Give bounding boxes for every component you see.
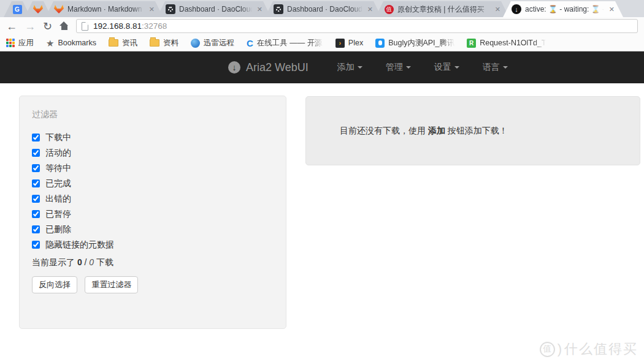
gitlab-icon: [54, 4, 64, 14]
filter-checkbox[interactable]: [32, 210, 40, 218]
empty-downloads-message: 目前还没有下载，使用 添加 按钮添加下载！: [340, 126, 508, 137]
filter-active[interactable]: 活动的: [32, 145, 274, 160]
tab-title: Markdown · Markdown: [67, 5, 144, 13]
back-button[interactable]: ←: [6, 21, 17, 32]
url-text: 192.168.8.81:32768: [93, 21, 167, 31]
plex-icon: ›: [335, 39, 345, 48]
tab-daocloud-2[interactable]: Dashboard · DaoCloud ✕: [265, 1, 381, 17]
tab-close-icon[interactable]: ✕: [256, 6, 263, 13]
bookmark-bugly[interactable]: Bugly内测API_腾讯出: [375, 38, 454, 48]
filter-paused[interactable]: 已暂停: [32, 206, 274, 222]
bookmark-plex[interactable]: › Plex: [335, 39, 363, 48]
star-icon: ★: [46, 39, 54, 48]
tab-title: 原创文章投稿 | 什么值得买: [397, 4, 490, 15]
filter-error[interactable]: 出错的: [32, 191, 274, 206]
invert-selection-button[interactable]: 反向选择: [32, 276, 77, 293]
filter-checkbox[interactable]: [32, 149, 40, 157]
filters-panel: 过滤器 下载中 活动的 等待中 已完成 出错的 已暂停 已删除: [19, 96, 286, 329]
menu-settings[interactable]: 设置: [423, 62, 471, 73]
browser-toolbar: ← → ↻ 192.168.8.81:32768: [0, 17, 644, 35]
address-bar[interactable]: 192.168.8.81:32768: [76, 19, 638, 33]
browser-tab-strip: G Markdown · Markdown ✕ Dashboard · DaoC…: [0, 0, 644, 17]
reload-button[interactable]: ↻: [43, 21, 52, 32]
tab-close-icon[interactable]: ✕: [494, 6, 500, 13]
download-circle-icon: ↓: [512, 4, 521, 14]
filter-hide-metadata[interactable]: 隐藏链接的元数据: [32, 237, 274, 252]
bookmark-online-tools[interactable]: C 在线工具 —— 开源中: [247, 38, 323, 48]
home-button[interactable]: [59, 22, 69, 30]
gitlab-icon: [33, 4, 43, 14]
folder-icon: [150, 39, 159, 47]
filter-checkbox[interactable]: [32, 134, 40, 141]
globe-icon: [191, 39, 200, 48]
bookmark-thunder-remote[interactable]: 迅雷远程: [191, 38, 234, 48]
download-circle-icon: ↓: [228, 61, 240, 74]
filter-checkbox[interactable]: [32, 164, 40, 172]
menu-manage[interactable]: 管理: [374, 62, 423, 73]
bookmark-bookmarks[interactable]: ★ Bookmarks: [46, 39, 96, 48]
tab-aria2-active[interactable]: ↓ active: ⌛ - waiting: ⌛ - st ✕: [503, 1, 623, 17]
tab-close-icon[interactable]: ✕: [148, 6, 155, 13]
chevron-down-icon: [406, 66, 411, 69]
tab-smzdm[interactable]: 值 原创文章投稿 | 什么值得买 ✕: [375, 1, 509, 17]
filter-checkbox[interactable]: [32, 195, 40, 203]
oschina-icon: C: [247, 39, 253, 48]
tab-title: Dashboard · DaoCloud: [287, 5, 362, 13]
folder-icon: [109, 39, 118, 47]
apps-grid-icon: [6, 39, 15, 47]
brand-aria2-webui[interactable]: ↓ Aria2 WebUI: [228, 61, 309, 74]
tab-close-icon[interactable]: ✕: [366, 6, 373, 13]
google-translate-icon: G: [12, 4, 22, 14]
filter-checkbox[interactable]: [32, 179, 40, 187]
empty-downloads-panel: 目前还没有下载，使用 添加 按钮添加下载！: [305, 96, 640, 165]
page-icon: [82, 22, 88, 31]
filter-checkbox[interactable]: [32, 225, 40, 233]
daocloud-icon: [166, 4, 175, 14]
filter-removed[interactable]: 已删除: [32, 222, 274, 237]
request-icon: R: [467, 39, 476, 48]
smzdm-icon: 值: [384, 4, 394, 14]
brand-label: Aria2 WebUI: [246, 61, 309, 74]
total-count: 0: [89, 257, 94, 267]
smzdm-logo-icon: 值: [540, 342, 555, 357]
chevron-down-icon: [503, 66, 508, 69]
shown-count: 0: [77, 257, 82, 267]
bookmark-folder-ziliao[interactable]: 资料: [150, 38, 178, 48]
page-content: 过滤器 下载中 活动的 等待中 已完成 出错的 已暂停 已删除: [0, 83, 644, 362]
forward-button[interactable]: →: [25, 21, 36, 32]
chevron-down-icon: [358, 66, 362, 69]
bookmarks-bar: 应用 ★ Bookmarks 资讯 资料 迅雷远程 C 在线工具 —— 开源中 …: [0, 35, 644, 51]
filters-title: 过滤器: [32, 109, 274, 120]
reset-filters-button[interactable]: 重置过滤器: [85, 276, 138, 293]
tab-daocloud-1[interactable]: Dashboard · DaoCloud ✕: [157, 1, 271, 17]
bookmark-request[interactable]: R Request-N1OlTd_Tg: [467, 39, 546, 48]
menu-language[interactable]: 语言: [471, 62, 519, 73]
aria2-navbar: ↓ Aria2 WebUI 添加 管理 设置 语言: [0, 51, 644, 83]
filter-downloading[interactable]: 下载中: [32, 130, 274, 145]
chevron-down-icon: [454, 66, 459, 69]
daocloud-icon: [274, 4, 283, 14]
tab-close-icon[interactable]: ✕: [608, 6, 615, 13]
filter-summary: 当前显示了 0 / 0 下载: [32, 257, 274, 268]
tab-title: active: ⌛ - waiting: ⌛ - st: [525, 5, 604, 13]
bugly-icon: [375, 39, 385, 48]
tab-title: Dashboard · DaoCloud: [179, 5, 252, 13]
menu-add[interactable]: 添加: [326, 62, 374, 73]
smzdm-watermark: 值) 什么值得买: [540, 340, 638, 358]
bookmark-folder-zixun[interactable]: 资讯: [109, 38, 137, 48]
filter-complete[interactable]: 已完成: [32, 176, 274, 191]
tab-markdown[interactable]: Markdown · Markdown ✕: [45, 1, 163, 17]
bookmark-apps[interactable]: 应用: [6, 38, 34, 48]
filter-waiting[interactable]: 等待中: [32, 160, 274, 176]
filter-checkbox[interactable]: [32, 241, 40, 249]
